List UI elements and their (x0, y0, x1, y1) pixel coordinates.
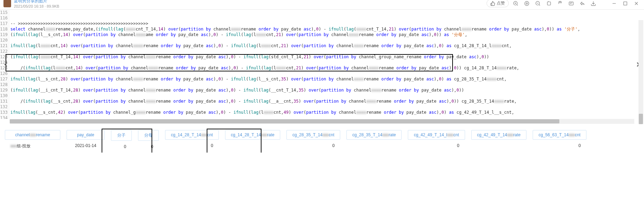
image-viewer-header: 蓝明男分享的图片 2021/05/20 16:18 · 89.9KB 点赞 (0, 0, 644, 10)
column-header[interactable]: cg_42_49_T_14xxxrate (471, 130, 526, 140)
table-cell: 0 (286, 140, 340, 152)
vertical-scrollbar-thumb[interactable] (639, 114, 643, 124)
download-icon[interactable] (589, 0, 598, 8)
maximize-icon[interactable] (621, 0, 629, 8)
column-header[interactable]: cg_14_28_T_14xxxrate (225, 130, 280, 140)
table-cell: 0 (111, 141, 132, 153)
ocr-icon[interactable] (567, 0, 575, 8)
svg-line-7 (539, 5, 540, 6)
svg-rect-9 (547, 2, 550, 5)
svg-point-4 (525, 1, 529, 6)
hand-icon[interactable] (556, 0, 564, 8)
result-table: channelxxxrenamexxx组-投放pay_date2021-01-1… (0, 130, 644, 153)
table-cell: 0 (533, 140, 586, 152)
column-header[interactable]: channelxxxrename (5, 130, 60, 140)
header-info: 蓝明男分享的图片 2021/05/20 16:18 · 89.9KB (14, 0, 487, 8)
column-header[interactable]: cg_56_63_T_14xxxcnt (533, 130, 586, 140)
code-viewer: 1151161171181191201211221231241251261271… (0, 10, 644, 119)
table-cell (346, 140, 402, 152)
column-header[interactable]: cg_14_28_T_14xxxcnt (165, 130, 219, 140)
like-button[interactable]: 点赞 (487, 0, 509, 7)
horizontal-scrollbar-thumb[interactable] (10, 119, 559, 123)
minimize-icon[interactable] (610, 0, 618, 8)
column-header[interactable]: 分子 (111, 130, 132, 141)
column-header[interactable]: cg_42_49_T_14_lxxxcnt (408, 130, 465, 140)
vertical-scrollbar[interactable] (638, 20, 643, 124)
svg-line-1 (517, 5, 518, 6)
image-meta: 2021/05/20 16:18 · 89.9KB (14, 4, 487, 8)
table-cell: xxx组-投放 (5, 140, 60, 153)
column-header[interactable]: cg_28_35_T_14xxxrate (346, 130, 402, 140)
column-header[interactable]: pay_date (67, 130, 105, 140)
table-cell: 0 (408, 140, 465, 152)
svg-rect-14 (624, 2, 627, 5)
code-content[interactable]: -- >>>>>>>>>>>>>>>>>>>>>>>>>>>>>>>>>>>>>… (10, 10, 644, 119)
column-header[interactable]: 分母 (138, 130, 159, 141)
toolbar: 点赞 (487, 0, 641, 8)
rotate-icon[interactable] (545, 0, 553, 8)
prev-image-button[interactable] (1, 58, 11, 71)
table-cell: 2021-01-14 (67, 140, 105, 152)
svg-point-5 (526, 3, 527, 4)
zoom-out-icon[interactable] (534, 0, 542, 8)
avatar (3, 0, 11, 7)
close-icon[interactable] (632, 0, 641, 8)
table-cell: 0 (138, 141, 159, 153)
column-header[interactable]: cg_28_35_T_14xxxcnt (286, 130, 340, 140)
fit-icon[interactable] (523, 0, 531, 8)
zoom-in-icon[interactable] (512, 0, 520, 8)
table-cell (225, 140, 280, 152)
horizontal-scrollbar[interactable] (10, 119, 634, 124)
table-cell (471, 140, 526, 152)
table-cell: 0 (165, 140, 219, 152)
share-icon[interactable] (578, 0, 586, 8)
image-title: 蓝明男分享的图片 (14, 0, 487, 4)
